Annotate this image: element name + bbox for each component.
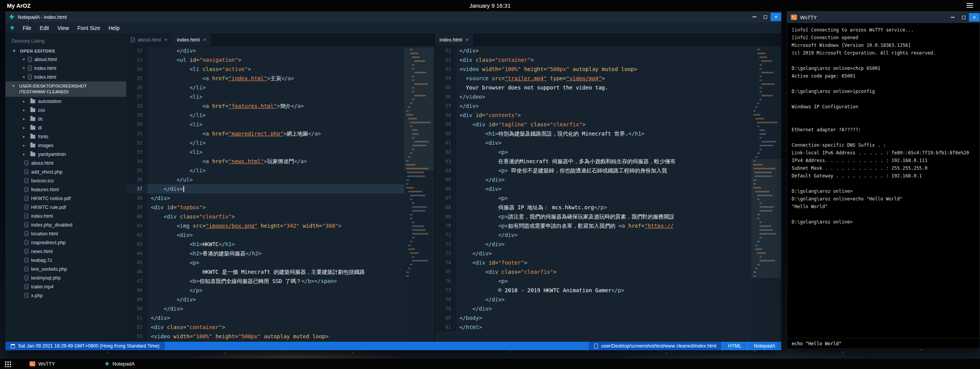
- open-editor-item[interactable]: ×about.html: [5, 55, 126, 64]
- tree-file-item[interactable]: favicon.ico: [5, 176, 126, 185]
- code-line[interactable]: 52<div class="container">: [126, 323, 404, 332]
- code-editor-right[interactable]: 51</div>52<div class="container">53<vide…: [435, 46, 751, 342]
- close-tab-icon[interactable]: ×: [203, 37, 206, 43]
- code-line[interactable]: 49 </div>: [126, 295, 404, 304]
- tree-folder-item[interactable]: ▸fonts: [5, 132, 126, 141]
- tree-file-item[interactable]: trailer.mp4: [5, 282, 126, 291]
- tree-file-item[interactable]: test_sockets.php: [5, 265, 126, 273]
- code-line[interactable]: 62 <p>: [435, 147, 751, 157]
- code-line[interactable]: 66 <div>: [435, 184, 751, 194]
- tree-file-item[interactable]: about.html: [5, 159, 126, 167]
- code-line[interactable]: 59 <div id="tagline" class="clearfix">: [435, 120, 751, 129]
- menu-item-font-size[interactable]: Font Size: [73, 22, 104, 34]
- code-line[interactable]: 28 <a href="features.html">簡介</a>: [126, 101, 404, 111]
- code-line[interactable]: 33 <li>: [126, 147, 404, 157]
- code-line[interactable]: 55 Your browser does not support the vid…: [435, 83, 751, 92]
- app-grid-icon[interactable]: [5, 361, 11, 367]
- minimap-left[interactable]: [404, 46, 434, 342]
- open-editor-item[interactable]: ×index.html: [5, 73, 126, 81]
- code-line[interactable]: 77 © 2018 - 2019 HKWTC Animation Gamer</…: [435, 286, 751, 295]
- code-line[interactable]: 54 <source src="trailer.mp4" type="video…: [435, 74, 751, 83]
- tree-file-item[interactable]: news.html: [5, 247, 126, 256]
- open-editors-header[interactable]: ▾ OPEN EDITORS: [5, 47, 126, 55]
- code-line[interactable]: 22 </div>: [126, 46, 404, 55]
- code-line[interactable]: 39<div id="topbox">: [126, 203, 404, 212]
- code-line[interactable]: 78 </div>: [435, 295, 751, 304]
- menu-item-help[interactable]: Help: [104, 22, 124, 34]
- close-tab-icon[interactable]: ×: [165, 37, 168, 43]
- code-line[interactable]: 80</body>: [435, 313, 751, 323]
- open-editor-item[interactable]: ×index.html: [5, 64, 126, 73]
- code-line[interactable]: 63 在香港的Minecraft 伺服器中，多為小遊戲和純生存的伺服器，較少擁有: [435, 157, 751, 166]
- code-line[interactable]: 79 </div>: [435, 304, 751, 313]
- tree-folder-item[interactable]: ▸dc: [5, 114, 126, 123]
- close-icon[interactable]: ×: [969, 13, 980, 22]
- code-line[interactable]: 26 </li>: [126, 83, 404, 92]
- code-line[interactable]: 61 <div>: [435, 138, 751, 147]
- tree-root[interactable]: ▾ USER:/DESKTOP/SCREENSHOT /TEST/WWW CLE…: [5, 81, 126, 97]
- code-line[interactable]: 43 <h1>HKWTC</h1>: [126, 240, 404, 249]
- tree-folder-item[interactable]: ▸css: [5, 106, 126, 114]
- code-line[interactable]: 31 <a href="mapredirect.php">網上地圖</a>: [126, 129, 404, 138]
- hamburger-menu-icon[interactable]: [967, 3, 973, 8]
- editor-tab[interactable]: index.html×: [172, 34, 211, 46]
- code-line[interactable]: 65 </div>: [435, 175, 751, 184]
- code-line[interactable]: 27 <li>: [126, 92, 404, 101]
- minimize-icon[interactable]: [749, 13, 760, 21]
- code-line[interactable]: 56</video>: [435, 92, 751, 101]
- tree-file-item[interactable]: testmysql.php: [5, 273, 126, 282]
- code-line[interactable]: 32 </li>: [126, 138, 404, 147]
- code-line[interactable]: 38</div>: [126, 194, 404, 203]
- code-editor-left[interactable]: 22 </div>23 <ul id="navigation">24 <li c…: [126, 46, 404, 342]
- code-line[interactable]: 68 伺服器 IP 地址為： mcs.hkwtc.org</p>: [435, 203, 751, 212]
- system-menu-title[interactable]: My ArOZ: [7, 2, 31, 9]
- tree-file-item[interactable]: teabag.7z: [5, 256, 126, 265]
- code-line[interactable]: 30 <li>: [126, 120, 404, 129]
- code-line[interactable]: 36 </ul>: [126, 175, 404, 184]
- code-line[interactable]: 37 </div>: [126, 184, 404, 194]
- notepad-title-bar[interactable]: NotepadA - index.html ×: [5, 12, 781, 22]
- editor-tab[interactable]: about.html×: [126, 34, 172, 46]
- tree-file-item[interactable]: location.html: [5, 229, 126, 238]
- minimize-icon[interactable]: [947, 13, 958, 22]
- taskbar-item-notepada[interactable]: NotepadA: [101, 359, 138, 369]
- code-line[interactable]: 23 <ul id="navigation">: [126, 55, 404, 65]
- maximize-icon[interactable]: [760, 13, 771, 21]
- code-line[interactable]: 25 <a href="index.html">主頁</a>: [126, 74, 404, 83]
- code-line[interactable]: 73 </div>: [435, 249, 751, 258]
- code-line[interactable]: 46 HKWTC 是一個 Minecraft 的建築伺服器，主要建築計劃包括鐵路: [126, 267, 404, 276]
- tree-file-item[interactable]: index.php_disabled: [5, 220, 126, 229]
- code-line[interactable]: 41 <img src="images/box.png" height="342…: [126, 221, 404, 230]
- editor-tab[interactable]: index.html×: [435, 34, 474, 46]
- code-line[interactable]: 34 <a href="news.html">玩家傳送門</a>: [126, 157, 404, 166]
- tree-file-item[interactable]: x.php: [5, 291, 126, 300]
- code-line[interactable]: 70 <p>如有問題或需要申請白名單，歡迎加入我們的 <a href="http…: [435, 221, 751, 230]
- code-line[interactable]: 51</div>: [126, 313, 404, 323]
- code-line[interactable]: 51</div>: [435, 46, 751, 55]
- code-line[interactable]: 57</div>: [435, 101, 751, 111]
- code-line[interactable]: 44 <h2>香港的建築伺服器</h2>: [126, 249, 404, 258]
- tree-folder-item[interactable]: ▸yamlyamlmin: [5, 150, 126, 159]
- tree-folder-item[interactable]: ▸autostation: [5, 97, 126, 106]
- menu-item-edit[interactable]: Edit: [36, 22, 53, 34]
- code-line[interactable]: 67 <p>: [435, 194, 751, 203]
- tree-file-item[interactable]: index.html: [5, 212, 126, 220]
- tree-folder-item[interactable]: ▸dl: [5, 123, 126, 132]
- menu-item-view[interactable]: View: [53, 22, 73, 34]
- code-line[interactable]: 35 </li>: [126, 166, 404, 175]
- code-line[interactable]: 47 <b>你知道我們全線伺服器已轉用 SSD 了嗎？</b></span>: [126, 276, 404, 286]
- tree-file-item[interactable]: features.html: [5, 185, 126, 194]
- code-line[interactable]: 53<video width="100%" height="500px" aut…: [126, 332, 404, 341]
- tree-folder-item[interactable]: ▸images: [5, 141, 126, 150]
- code-line[interactable]: 40 <div class="clearfix">: [126, 212, 404, 221]
- code-line[interactable]: 74 <div id="footer">: [435, 258, 751, 267]
- menu-item-file[interactable]: File: [18, 22, 36, 34]
- close-file-icon[interactable]: ×: [22, 66, 25, 71]
- code-line[interactable]: 24 <li class="active">: [126, 65, 404, 74]
- close-tab-icon[interactable]: ×: [466, 37, 469, 43]
- tree-file-item[interactable]: add_vhost.php: [5, 167, 126, 176]
- close-icon[interactable]: ×: [771, 13, 781, 21]
- code-line[interactable]: 58<div id="contents">: [435, 111, 751, 120]
- tree-file-item[interactable]: HKWTC notice.pdf: [5, 194, 126, 203]
- code-line[interactable]: 69 <p>請注意，我們的伺服器為確保玩家及遊玩時的質素，我們對的服務開設: [435, 212, 751, 221]
